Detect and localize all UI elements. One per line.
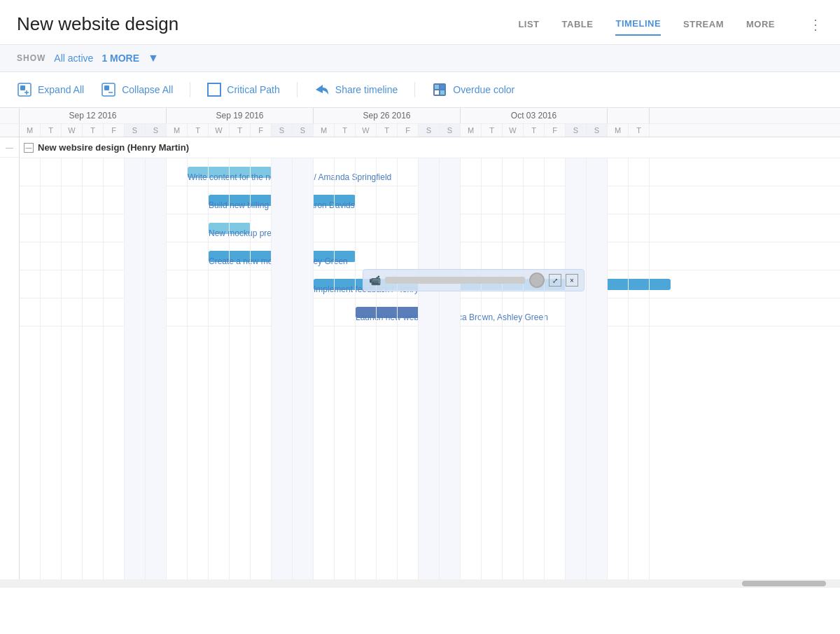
overdue-color-button[interactable]: Overdue color (432, 79, 514, 100)
critical-path-checkbox[interactable] (207, 83, 221, 97)
day-label: W (209, 124, 230, 137)
gantt-body: — — New websire design (Henry Martin) Wr… (0, 137, 840, 579)
svg-rect-10 (435, 90, 439, 95)
app-header: New website design LIST TABLE TIMELINE S… (0, 0, 840, 45)
filter-more[interactable]: 1 MORE (102, 53, 139, 64)
day-label: T (41, 124, 62, 137)
gantt-days-row: MTWTFSSMTWTFSSMTWTFSSMTWTFSSMT (0, 123, 840, 137)
week-label: Sep 12 2016 (20, 108, 167, 123)
grid-col (629, 137, 650, 579)
bottom-scrollbar[interactable] (0, 579, 840, 588)
grid-col (377, 137, 398, 579)
grid-col (125, 137, 146, 579)
svg-rect-8 (435, 85, 439, 89)
share-icon (314, 82, 330, 97)
grid-col (62, 137, 83, 579)
day-label: S (293, 124, 314, 137)
day-label: W (62, 124, 83, 137)
tooltip-close-btn[interactable]: × (566, 274, 578, 287)
gantt-header: Sep 12 2016Sep 19 2016Sep 26 2016Oct 03 … (0, 108, 840, 137)
day-label: S (419, 124, 440, 137)
grid-col (608, 137, 629, 579)
grid-col (209, 137, 230, 579)
day-label: T (377, 124, 398, 137)
filter-icon[interactable]: ▼ (148, 52, 159, 64)
day-label: S (440, 124, 461, 137)
tooltip-expand-btn[interactable]: ⤢ (549, 274, 561, 287)
grid-col (251, 137, 272, 579)
day-label: S (566, 124, 587, 137)
grid-col (272, 137, 293, 579)
show-bar: SHOW All active 1 MORE ▼ (0, 45, 840, 72)
scrollbar-thumb[interactable] (742, 581, 826, 586)
day-label: W (356, 124, 377, 137)
gantt-chart-area: — New websire design (Henry Martin) Writ… (20, 137, 840, 579)
day-label: S (587, 124, 608, 137)
collapse-all-label: Collapse All (122, 84, 173, 95)
day-label: W (503, 124, 524, 137)
expand-all-label: Expand All (38, 84, 84, 95)
filter-all-active[interactable]: All active (54, 53, 93, 64)
day-label: T (629, 124, 650, 137)
week-label: Sep 19 2016 (167, 108, 314, 123)
gantt-weeks-row: Sep 12 2016Sep 19 2016Sep 26 2016Oct 03 … (0, 108, 840, 123)
nav-list[interactable]: LIST (518, 13, 539, 35)
day-label: M (20, 124, 41, 137)
expand-all-icon (17, 82, 32, 97)
share-timeline-label: Share timeline (335, 84, 398, 95)
project-collapse-btn[interactable]: — (24, 143, 34, 153)
grid-col (545, 137, 566, 579)
grid-col (83, 137, 104, 579)
grid-col (566, 137, 587, 579)
grid-col (230, 137, 251, 579)
expand-all-button[interactable]: Expand All (17, 79, 84, 100)
day-label: F (545, 124, 566, 137)
overdue-color-label: Overdue color (453, 84, 514, 95)
task-tooltip: 📹 ⤢ × (363, 269, 584, 291)
day-label: S (125, 124, 146, 137)
video-icon: 📹 (369, 275, 381, 286)
svg-rect-11 (440, 90, 444, 95)
collapse-icon[interactable]: — (0, 137, 19, 158)
grid-col (146, 137, 167, 579)
grid-col (398, 137, 419, 579)
day-label: T (524, 124, 545, 137)
nav-stream[interactable]: STREAM (683, 13, 724, 35)
nav-table[interactable]: TABLE (562, 13, 594, 35)
share-timeline-button[interactable]: Share timeline (314, 79, 398, 100)
day-label: T (83, 124, 104, 137)
grid-col (482, 137, 503, 579)
tooltip-progress (385, 277, 525, 284)
grid-col (167, 137, 188, 579)
svg-rect-5 (104, 85, 109, 90)
day-label: M (608, 124, 629, 137)
project-name: New websire design (Henry Martin) (38, 142, 189, 153)
grid-col (419, 137, 440, 579)
grid-col (440, 137, 461, 579)
day-label: T (230, 124, 251, 137)
page-title: New website design (17, 13, 518, 35)
svg-rect-1 (20, 85, 25, 90)
critical-path-button[interactable]: Critical Path (207, 80, 279, 99)
svg-rect-9 (440, 85, 444, 89)
grid-col (314, 137, 335, 579)
grid-col (188, 137, 209, 579)
overdue-color-icon (432, 82, 447, 97)
week-label: Oct 03 2016 (461, 108, 608, 123)
grid-col (104, 137, 125, 579)
header-more-icon[interactable]: ⋮ (808, 16, 823, 33)
toolbar-separator-1 (190, 82, 190, 97)
day-label: M (314, 124, 335, 137)
grid-col (41, 137, 62, 579)
nav-timeline[interactable]: TIMELINE (615, 13, 661, 36)
day-label: T (482, 124, 503, 137)
collapse-all-button[interactable]: Collapse All (101, 79, 173, 100)
grid-col (461, 137, 482, 579)
critical-path-label: Critical Path (227, 84, 279, 95)
nav-more[interactable]: MORE (746, 13, 775, 35)
grid-col (293, 137, 314, 579)
day-label: T (188, 124, 209, 137)
gantt-container: Sep 12 2016Sep 19 2016Sep 26 2016Oct 03 … (0, 108, 840, 588)
week-label: Sep 26 2016 (314, 108, 461, 123)
toolbar: Expand All Collapse All Critical Path Sh… (0, 72, 840, 108)
